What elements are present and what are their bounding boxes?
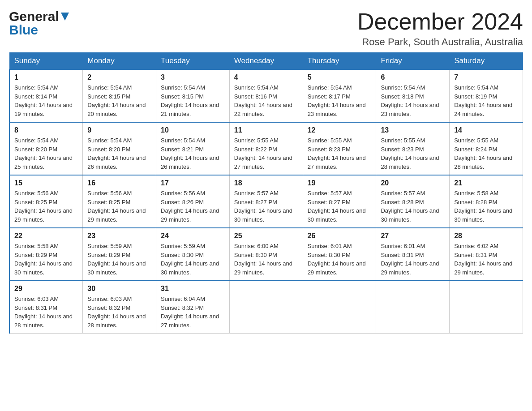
calendar-week-row: 29 Sunrise: 6:03 AM Sunset: 8:31 PM Dayl… — [9, 281, 523, 334]
daylight-label: Daylight: 14 hours and 28 minutes. — [14, 313, 73, 329]
day-info: Sunrise: 5:54 AM Sunset: 8:18 PM Dayligh… — [381, 83, 445, 118]
day-number: 22 — [14, 232, 78, 240]
sunrise-label: Sunrise: 5:54 AM — [308, 84, 352, 91]
day-number: 16 — [87, 179, 151, 187]
table-row: 18 Sunrise: 5:57 AM Sunset: 8:27 PM Dayl… — [229, 175, 303, 228]
day-number: 8 — [14, 126, 78, 134]
day-info: Sunrise: 5:55 AM Sunset: 8:23 PM Dayligh… — [381, 136, 445, 171]
day-info: Sunrise: 5:54 AM Sunset: 8:20 PM Dayligh… — [14, 136, 78, 171]
day-number: 6 — [381, 73, 445, 81]
col-monday: Monday — [83, 53, 156, 70]
sunset-label: Sunset: 8:21 PM — [161, 146, 204, 153]
sunrise-label: Sunrise: 5:57 AM — [234, 190, 279, 197]
sunrise-label: Sunrise: 5:58 AM — [14, 243, 59, 249]
title-block: December 2024 Rose Park, South Australia… — [357, 9, 523, 48]
sunset-label: Sunset: 8:28 PM — [454, 199, 497, 206]
day-number: 31 — [161, 285, 225, 293]
day-number: 28 — [454, 232, 518, 240]
daylight-label: Daylight: 14 hours and 30 minutes. — [87, 260, 146, 276]
sunrise-label: Sunrise: 5:56 AM — [14, 190, 59, 197]
sunrise-label: Sunrise: 5:57 AM — [308, 190, 352, 197]
sunset-label: Sunset: 8:31 PM — [381, 252, 424, 258]
sunrise-label: Sunrise: 5:54 AM — [14, 84, 59, 91]
day-number: 15 — [14, 179, 78, 187]
daylight-label: Daylight: 14 hours and 30 minutes. — [308, 207, 366, 223]
sunset-label: Sunset: 8:15 PM — [87, 93, 130, 100]
sunset-label: Sunset: 8:26 PM — [161, 199, 204, 206]
calendar-header-row: Sunday Monday Tuesday Wednesday Thursday… — [9, 53, 523, 70]
day-info: Sunrise: 5:54 AM Sunset: 8:15 PM Dayligh… — [161, 83, 225, 118]
sunset-label: Sunset: 8:28 PM — [381, 199, 424, 206]
sunset-label: Sunset: 8:22 PM — [234, 146, 277, 153]
daylight-label: Daylight: 14 hours and 28 minutes. — [454, 154, 512, 170]
daylight-label: Daylight: 14 hours and 28 minutes. — [381, 154, 439, 170]
day-info: Sunrise: 5:55 AM Sunset: 8:23 PM Dayligh… — [308, 136, 372, 171]
daylight-label: Daylight: 14 hours and 24 minutes. — [454, 102, 512, 117]
sunrise-label: Sunrise: 6:00 AM — [234, 243, 279, 249]
day-number: 9 — [87, 126, 151, 134]
sunset-label: Sunset: 8:29 PM — [14, 252, 57, 258]
table-row: 8 Sunrise: 5:54 AM Sunset: 8:20 PM Dayli… — [9, 122, 83, 175]
daylight-label: Daylight: 14 hours and 29 minutes. — [234, 260, 292, 276]
logo-blue-text: Blue — [9, 22, 38, 38]
sunrise-label: Sunrise: 5:56 AM — [87, 190, 132, 197]
sunrise-label: Sunrise: 5:59 AM — [161, 243, 205, 249]
sunrise-label: Sunrise: 5:54 AM — [161, 84, 205, 91]
day-number: 12 — [308, 126, 372, 134]
table-row: 19 Sunrise: 5:57 AM Sunset: 8:27 PM Dayl… — [303, 175, 376, 228]
table-row: 4 Sunrise: 5:54 AM Sunset: 8:16 PM Dayli… — [229, 69, 303, 122]
table-row: 14 Sunrise: 5:55 AM Sunset: 8:24 PM Dayl… — [450, 122, 523, 175]
sunrise-label: Sunrise: 6:01 AM — [308, 243, 352, 249]
day-number: 13 — [381, 126, 445, 134]
col-saturday: Saturday — [450, 53, 523, 70]
day-info: Sunrise: 5:59 AM Sunset: 8:30 PM Dayligh… — [161, 242, 225, 277]
sunrise-label: Sunrise: 5:57 AM — [381, 190, 425, 197]
page-header: General Blue December 2024 Rose Park, So… — [9, 9, 523, 48]
calendar-week-row: 8 Sunrise: 5:54 AM Sunset: 8:20 PM Dayli… — [9, 122, 523, 175]
table-row: 30 Sunrise: 6:03 AM Sunset: 8:32 PM Dayl… — [83, 281, 156, 334]
day-info: Sunrise: 6:03 AM Sunset: 8:32 PM Dayligh… — [87, 295, 151, 330]
daylight-label: Daylight: 14 hours and 29 minutes. — [454, 260, 512, 276]
day-number: 20 — [381, 179, 445, 187]
day-number: 18 — [234, 179, 298, 187]
day-number: 23 — [87, 232, 151, 240]
sunrise-label: Sunrise: 5:54 AM — [234, 84, 279, 91]
sunrise-label: Sunrise: 5:55 AM — [234, 137, 279, 144]
table-row: 7 Sunrise: 5:54 AM Sunset: 8:19 PM Dayli… — [450, 69, 523, 122]
logo-triangle-icon — [61, 13, 69, 22]
sunrise-label: Sunrise: 5:54 AM — [381, 84, 425, 91]
sunrise-label: Sunrise: 5:54 AM — [454, 84, 498, 91]
table-row: 10 Sunrise: 5:54 AM Sunset: 8:21 PM Dayl… — [156, 122, 230, 175]
calendar-week-row: 1 Sunrise: 5:54 AM Sunset: 8:14 PM Dayli… — [9, 69, 523, 122]
day-number: 26 — [308, 232, 372, 240]
sunrise-label: Sunrise: 5:54 AM — [14, 137, 59, 144]
day-info: Sunrise: 6:01 AM Sunset: 8:30 PM Dayligh… — [308, 242, 372, 277]
day-info: Sunrise: 5:54 AM Sunset: 8:17 PM Dayligh… — [308, 83, 372, 118]
table-row: 16 Sunrise: 5:56 AM Sunset: 8:25 PM Dayl… — [83, 175, 156, 228]
day-info: Sunrise: 5:54 AM Sunset: 8:14 PM Dayligh… — [14, 83, 78, 118]
sunset-label: Sunset: 8:30 PM — [234, 252, 277, 258]
sunset-label: Sunset: 8:31 PM — [454, 252, 497, 258]
sunrise-label: Sunrise: 5:54 AM — [87, 137, 132, 144]
table-row: 17 Sunrise: 5:56 AM Sunset: 8:26 PM Dayl… — [156, 175, 230, 228]
day-info: Sunrise: 6:01 AM Sunset: 8:31 PM Dayligh… — [381, 242, 445, 277]
sunrise-label: Sunrise: 6:01 AM — [381, 243, 425, 249]
day-number: 17 — [161, 179, 225, 187]
day-number: 1 — [14, 73, 78, 81]
sunset-label: Sunset: 8:19 PM — [454, 93, 497, 100]
day-info: Sunrise: 5:58 AM Sunset: 8:29 PM Dayligh… — [14, 242, 78, 277]
sunset-label: Sunset: 8:17 PM — [308, 93, 351, 100]
table-row: 3 Sunrise: 5:54 AM Sunset: 8:15 PM Dayli… — [156, 69, 230, 122]
daylight-label: Daylight: 14 hours and 27 minutes. — [161, 313, 219, 329]
daylight-label: Daylight: 14 hours and 27 minutes. — [308, 154, 366, 170]
day-info: Sunrise: 6:03 AM Sunset: 8:31 PM Dayligh… — [14, 295, 78, 330]
day-number: 25 — [234, 232, 298, 240]
table-row: 12 Sunrise: 5:55 AM Sunset: 8:23 PM Dayl… — [303, 122, 376, 175]
sunset-label: Sunset: 8:27 PM — [234, 199, 277, 206]
daylight-label: Daylight: 14 hours and 19 minutes. — [14, 102, 73, 117]
table-row — [450, 281, 523, 334]
sunset-label: Sunset: 8:23 PM — [381, 146, 424, 153]
sunset-label: Sunset: 8:30 PM — [308, 252, 351, 258]
table-row — [303, 281, 376, 334]
day-info: Sunrise: 5:55 AM Sunset: 8:22 PM Dayligh… — [234, 136, 298, 171]
